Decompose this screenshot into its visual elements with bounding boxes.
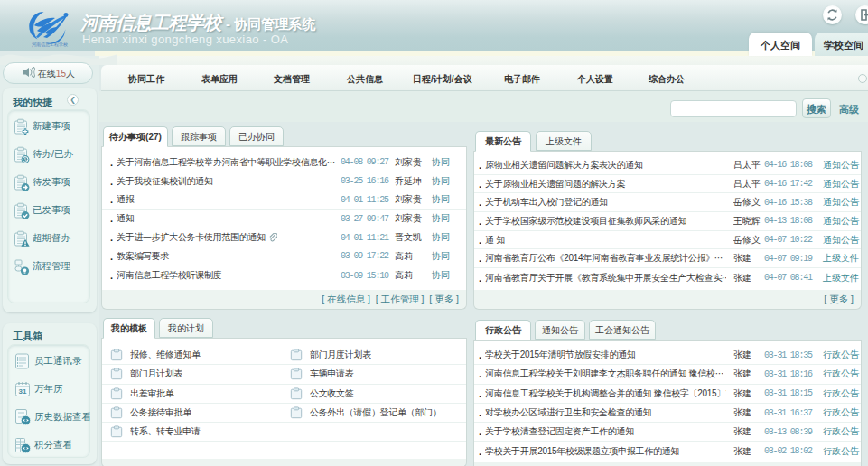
svg-text:河南信息工程学校: 河南信息工程学校 [32, 42, 68, 48]
svg-text:31: 31 [19, 387, 27, 396]
